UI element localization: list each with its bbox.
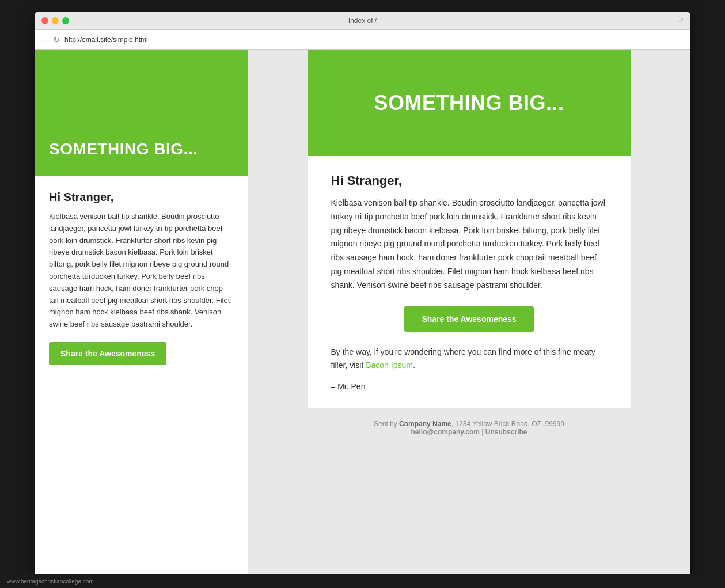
right-signature: – Mr. Pen xyxy=(331,382,608,391)
bacon-ipsum-link[interactable]: Bacon Ipsum xyxy=(366,361,413,370)
right-hero-title: SOMETHING BIG... xyxy=(374,91,564,115)
back-button[interactable]: ← xyxy=(40,35,48,44)
right-email-container: SOMETHING BIG... Hi Stranger, Kielbasa v… xyxy=(308,50,631,408)
right-body-text: Kielbasa venison ball tip shankle. Boudi… xyxy=(331,196,608,293)
refresh-button[interactable]: ↻ xyxy=(53,35,60,44)
left-panel: SOMETHING BIG... Hi Stranger, Kielbasa v… xyxy=(35,50,248,576)
right-greeting: Hi Stranger, xyxy=(331,173,608,188)
bottom-url: www.heritagechristiancollege.com xyxy=(7,578,94,585)
right-cta-wrap: Share the Awesomeness xyxy=(331,306,608,332)
browser-title: Index of / xyxy=(348,17,377,25)
expand-icon[interactable]: ⤢ xyxy=(678,17,684,24)
traffic-lights xyxy=(41,17,69,24)
right-hero-section: SOMETHING BIG... xyxy=(308,50,631,156)
footer-text-post: . xyxy=(413,361,415,370)
maximize-button[interactable] xyxy=(62,17,69,24)
left-body-text: Kielbasa venison ball tip shankle. Boudi… xyxy=(49,211,233,331)
url-field[interactable]: http://email.site/simple.html xyxy=(64,36,685,44)
minimize-button[interactable] xyxy=(52,17,59,24)
footer-address: , 1234 Yellow Brick Road, OZ, 99999 xyxy=(451,420,564,428)
right-footer-text: By the way, if you're wondering where yo… xyxy=(331,346,608,373)
email-link[interactable]: hello@company.com xyxy=(411,428,480,436)
title-bar: Index of / ⤢ xyxy=(35,12,690,30)
right-body-section: Hi Stranger, Kielbasa venison ball tip s… xyxy=(308,156,631,408)
company-name: Company Name xyxy=(399,420,451,428)
left-cta-button[interactable]: Share the Awesomeness xyxy=(49,342,166,365)
left-hero-title: SOMETHING BIG... xyxy=(49,139,198,159)
left-hero-section: SOMETHING BIG... xyxy=(35,50,248,176)
right-cta-button[interactable]: Share the Awesomeness xyxy=(404,306,533,332)
unsubscribe-link[interactable]: Unsubscribe xyxy=(485,428,527,436)
address-bar: ← ↻ http://email.site/simple.html xyxy=(35,30,690,50)
browser-content: SOMETHING BIG... Hi Stranger, Kielbasa v… xyxy=(35,50,690,576)
close-button[interactable] xyxy=(41,17,48,24)
email-footer: Sent by Company Name, 1234 Yellow Brick … xyxy=(259,408,679,453)
bottom-bar: www.heritagechristiancollege.com xyxy=(0,574,725,588)
footer-sent-line: Sent by Company Name, 1234 Yellow Brick … xyxy=(282,420,656,428)
left-body-section: Hi Stranger, Kielbasa venison ball tip s… xyxy=(35,176,248,576)
left-greeting: Hi Stranger, xyxy=(49,191,233,204)
browser-window: Index of / ⤢ ← ↻ http://email.site/simpl… xyxy=(35,12,690,576)
footer-separator: | xyxy=(480,428,485,436)
right-panel: SOMETHING BIG... Hi Stranger, Kielbasa v… xyxy=(248,50,690,576)
footer-contact-line: hello@company.com | Unsubscribe xyxy=(282,428,656,436)
sent-by-label: Sent by xyxy=(374,420,399,428)
